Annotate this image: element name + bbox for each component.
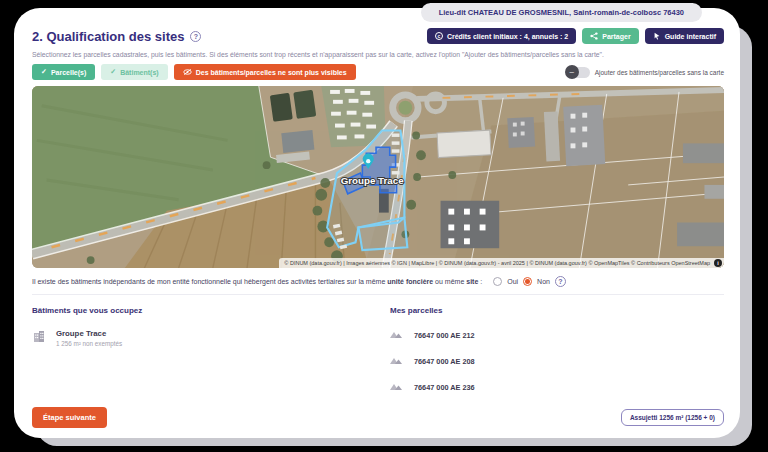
credits-icon: c bbox=[435, 32, 443, 40]
share-button[interactable]: Partager bbox=[582, 28, 638, 44]
parcels-section-title: Mes parcelles bbox=[390, 306, 724, 315]
parcel-ref: 76647 000 AE 236 bbox=[414, 383, 475, 392]
radio-oui[interactable] bbox=[493, 277, 502, 286]
filters-row: ✓ Parcelle(s) ✓ Bâtiment(s) Des bâtiment… bbox=[32, 64, 724, 80]
toggle-label: Ajouter des bâtiments/parcelles sans la … bbox=[595, 69, 724, 76]
building-detail: 1 256 m² non exemptés bbox=[56, 340, 122, 347]
check-icon: ✓ bbox=[110, 68, 116, 76]
building-name: Groupe Trace bbox=[56, 329, 122, 338]
parcel-list-item[interactable]: 76647 000 AE 212 bbox=[390, 329, 724, 340]
interactive-guide-button[interactable]: Guide interactif bbox=[645, 28, 724, 44]
page-title: 2. Qualification des sites bbox=[32, 29, 184, 44]
parcel-ref: 76647 000 AE 212 bbox=[414, 331, 475, 340]
buildings-section: Bâtiments que vous occupez Groupe Trace … bbox=[32, 295, 390, 407]
header: 2. Qualification des sites ? c Crédits c… bbox=[32, 28, 724, 44]
satellite-map[interactable]: Groupe Trace © DINUM (data.gouv.fr) | Im… bbox=[32, 86, 724, 268]
parcel-ref: 76647 000 AE 208 bbox=[414, 357, 475, 366]
add-without-map-toggle[interactable]: – bbox=[566, 67, 590, 78]
radio-non[interactable] bbox=[523, 277, 532, 286]
chip-elements-not-visible[interactable]: Des bâtiments/parcelles ne sont plus vis… bbox=[174, 64, 356, 80]
terrain-icon bbox=[390, 356, 403, 365]
parcel-list-item[interactable]: 76647 000 AE 236 bbox=[390, 381, 724, 392]
map-canvas[interactable]: Groupe Trace bbox=[32, 86, 724, 268]
app-window: Lieu-dit CHATEAU DE GROSMESNIL, Saint-ro… bbox=[14, 8, 740, 438]
site-label: Groupe Trace bbox=[341, 175, 405, 186]
cursor-icon bbox=[653, 32, 661, 40]
terrain-icon bbox=[390, 382, 403, 391]
radio-oui-label[interactable]: Oui bbox=[507, 278, 518, 285]
map-attribution: © DINUM (data.gouv.fr) | Images aérienne… bbox=[279, 258, 724, 268]
parcel-list-item[interactable]: 76647 000 AE 208 bbox=[390, 355, 724, 366]
instructions-text: Sélectionnez les parcelles cadastrales, … bbox=[32, 51, 724, 58]
chip-parcels[interactable]: ✓ Parcelle(s) bbox=[32, 64, 95, 80]
location-pill: Lieu-dit CHATEAU DE GROSMESNIL, Saint-ro… bbox=[421, 3, 702, 22]
terrain-icon bbox=[390, 330, 403, 339]
next-step-button[interactable]: Étape suivante bbox=[32, 407, 107, 428]
chip-buildings[interactable]: ✓ Bâtiment(s) bbox=[101, 64, 167, 80]
map-building bbox=[281, 130, 314, 153]
toggle-knob[interactable]: – bbox=[565, 65, 579, 79]
check-icon: ✓ bbox=[41, 68, 47, 76]
building-icon bbox=[32, 330, 45, 342]
map-pond bbox=[270, 93, 293, 122]
credits-button[interactable]: c Crédits client initiaux : 4, annuels :… bbox=[427, 28, 576, 44]
buildings-section-title: Bâtiments que vous occupez bbox=[32, 306, 390, 315]
map-info-icon[interactable]: i bbox=[714, 259, 722, 267]
title-help-icon[interactable]: ? bbox=[190, 31, 201, 42]
question-text: Il existe des bâtiments indépendants de … bbox=[32, 278, 482, 285]
radio-non-label[interactable]: Non bbox=[537, 278, 550, 285]
question-help-icon[interactable]: ? bbox=[555, 276, 566, 287]
subject-area-badge: Assujetti 1256 m² (1256 + 0) bbox=[621, 409, 724, 426]
eye-off-icon bbox=[183, 68, 192, 76]
building-list-item[interactable]: Groupe Trace 1 256 m² non exemptés bbox=[32, 329, 390, 347]
footer: Étape suivante Assujetti 1256 m² (1256 +… bbox=[32, 407, 724, 444]
question-row: Il existe des bâtiments indépendants de … bbox=[32, 276, 724, 287]
share-icon bbox=[590, 32, 598, 40]
parcels-section: Mes parcelles 76647 000 AE 212 76647 000… bbox=[390, 295, 724, 407]
